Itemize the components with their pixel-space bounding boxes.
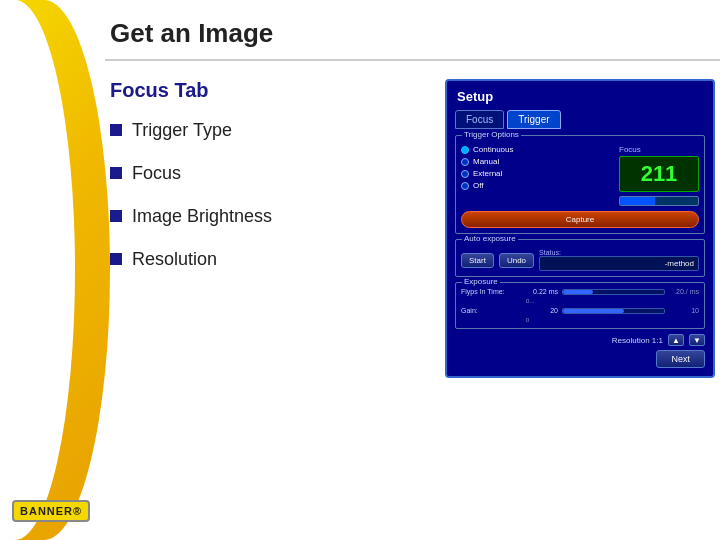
bullet-icon-resolution xyxy=(110,253,122,265)
bullet-label-trigger: Trigger Type xyxy=(132,120,232,141)
status-label: Status: xyxy=(539,249,699,256)
radio-dot-off xyxy=(461,182,469,190)
list-item-focus: Focus xyxy=(110,163,415,184)
radio-off[interactable]: Off xyxy=(461,181,611,190)
radio-label-external: External xyxy=(473,169,502,178)
exposure-row-gain: Gain: 20 10 xyxy=(461,307,699,314)
exposure-gain-value: 20 xyxy=(530,307,558,314)
bullet-icon-trigger xyxy=(110,124,122,136)
resolution-label: Resolution 1:1 xyxy=(612,336,663,345)
focus-right-panel: Focus 211 xyxy=(619,145,699,206)
radio-label-off: Off xyxy=(473,181,484,190)
setup-panel: Setup Focus Trigger Trigger Options Cont… xyxy=(445,79,715,378)
trigger-options-label: Trigger Options xyxy=(462,130,521,139)
list-item-trigger: Trigger Type xyxy=(110,120,415,141)
exposure-time-value: 0.22 ms xyxy=(530,288,558,295)
exposure-time-slider[interactable] xyxy=(562,289,665,295)
radio-dot-external xyxy=(461,170,469,178)
page-title: Get an Image xyxy=(105,0,720,61)
radio-dot-continuous xyxy=(461,146,469,154)
bullet-label-brightness: Image Brightness xyxy=(132,206,272,227)
focus-tab-heading: Focus Tab xyxy=(110,79,415,102)
bullet-icon-focus xyxy=(110,167,122,179)
radio-external[interactable]: External xyxy=(461,169,611,178)
tab-focus[interactable]: Focus xyxy=(455,110,504,129)
exposure-time-fill xyxy=(563,290,593,294)
exposure-gain-min-label: 0 xyxy=(526,317,529,323)
radio-label-continuous: Continuous xyxy=(473,145,513,154)
focus-bar-fill xyxy=(620,197,655,205)
bullet-label-focus: Focus xyxy=(132,163,181,184)
resolution-row: Resolution 1:1 ▲ ▼ xyxy=(455,334,705,346)
list-item-resolution: Resolution xyxy=(110,249,415,270)
radio-manual[interactable]: Manual xyxy=(461,157,611,166)
exposure-gain-label: Gain: xyxy=(461,307,526,314)
radio-dot-manual xyxy=(461,158,469,166)
start-button[interactable]: Start xyxy=(461,253,494,268)
list-item-brightness: Image Brightness xyxy=(110,206,415,227)
auto-exposure-row: Start Undo Status: -method xyxy=(461,249,699,271)
exposure-label: Exposure xyxy=(462,277,500,286)
status-value: -method xyxy=(539,256,699,271)
trigger-options-section: Trigger Options Continuous Manual xyxy=(455,135,705,234)
radio-label-manual: Manual xyxy=(473,157,499,166)
exposure-time-min-label: 0... xyxy=(526,298,534,304)
bullet-label-resolution: Resolution xyxy=(132,249,217,270)
focus-value-display: 211 xyxy=(619,156,699,192)
exposure-gain-fill xyxy=(563,309,624,313)
exposure-gain-slider[interactable] xyxy=(562,308,665,314)
main-content: Get an Image Focus Tab Trigger Type Focu… xyxy=(105,0,720,540)
focus-bar xyxy=(619,196,699,206)
exposure-time-max: 20./ ms xyxy=(669,288,699,295)
exposure-time-range-labels: 0... xyxy=(526,298,699,304)
exposure-time-label: Flyps In Time: xyxy=(461,288,526,295)
exposure-row-time: Flyps In Time: 0.22 ms 20./ ms xyxy=(461,288,699,295)
bullet-list: Focus Tab Trigger Type Focus Image Brigh… xyxy=(110,79,415,378)
radio-continuous[interactable]: Continuous xyxy=(461,145,611,154)
banner-logo: BANNER® xyxy=(12,500,90,522)
exposure-section: Exposure Flyps In Time: 0.22 ms 20./ ms … xyxy=(455,282,705,329)
setup-title: Setup xyxy=(455,89,705,104)
capture-button[interactable]: Capture xyxy=(461,211,699,228)
trigger-options-row: Continuous Manual External Off xyxy=(461,145,699,206)
resolution-up-button[interactable]: ▲ xyxy=(668,334,684,346)
resolution-down-button[interactable]: ▼ xyxy=(689,334,705,346)
trigger-options-left: Continuous Manual External Off xyxy=(461,145,611,206)
next-button[interactable]: Next xyxy=(656,350,705,368)
bullet-icon-brightness xyxy=(110,210,122,222)
auto-exposure-label: Auto exposure xyxy=(462,234,518,243)
tab-trigger[interactable]: Trigger xyxy=(507,110,560,129)
exposure-gain-max: 10 xyxy=(669,307,699,314)
exposure-gain-range-labels: 0 xyxy=(526,317,699,323)
tab-bar: Focus Trigger xyxy=(455,110,705,129)
content-area: Focus Tab Trigger Type Focus Image Brigh… xyxy=(105,79,720,378)
auto-exposure-section: Auto exposure Start Undo Status: -method xyxy=(455,239,705,277)
undo-button[interactable]: Undo xyxy=(499,253,534,268)
focus-label: Focus xyxy=(619,145,699,154)
status-box: Status: -method xyxy=(539,249,699,271)
